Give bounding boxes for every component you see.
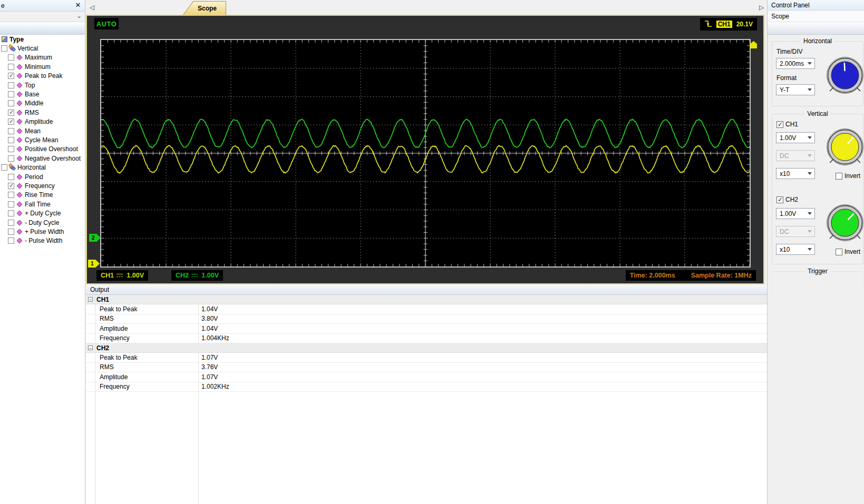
output-row[interactable]: Amplitude1.04V	[86, 324, 767, 333]
tree-item--duty-cycle[interactable]: - Duty Cycle	[0, 218, 85, 227]
ch1-enable-checkbox[interactable]: CH1	[776, 121, 798, 128]
output-row[interactable]: RMS3.80V	[86, 314, 767, 324]
tab-scroll-right-icon[interactable]: ▷	[759, 4, 764, 11]
tree-item-positive-overshoot[interactable]: Positive Overshoot	[0, 145, 85, 154]
measurement-icon	[16, 201, 22, 207]
measurement-name: Frequency	[100, 383, 130, 390]
ch1-scale-select[interactable]: 1.00V	[776, 132, 815, 143]
checkbox[interactable]	[8, 155, 14, 162]
checkbox[interactable]	[8, 238, 14, 244]
trigger-readout: CH1 20.1V	[700, 18, 757, 31]
checkbox[interactable]	[8, 174, 14, 180]
ch2-ground-marker[interactable]: 2	[89, 234, 101, 242]
checkbox[interactable]	[8, 192, 14, 198]
checkbox[interactable]	[8, 100, 14, 106]
checkbox[interactable]	[8, 201, 14, 207]
control-panel-subtitle-bar: Scope	[768, 11, 864, 22]
tree-item-peak-to-peak[interactable]: Peak to Peak	[0, 72, 85, 81]
tab-scope[interactable]: Scope	[183, 1, 226, 15]
tree-item--pulse-width[interactable]: - Pulse Width	[0, 236, 85, 245]
checkbox[interactable]	[8, 110, 14, 116]
checkbox[interactable]	[8, 128, 14, 134]
ch1-position-knob[interactable]	[825, 127, 864, 167]
ch2-invert-checkbox[interactable]: Invert	[836, 248, 860, 255]
checkbox[interactable]	[8, 146, 14, 152]
measurement-name: Peak to Peak	[100, 305, 137, 313]
tree-item-rise-time[interactable]: Rise Time	[0, 191, 85, 200]
measure-panel-title: e	[0, 2, 5, 9]
tree-item-base[interactable]: Base	[0, 90, 85, 98]
checkbox[interactable]	[8, 210, 14, 216]
tree-item-top[interactable]: Top	[0, 81, 85, 90]
output-row[interactable]: RMS3.76V	[86, 363, 767, 372]
output-row[interactable]: Peak to Peak1.07V	[86, 353, 767, 362]
output-row[interactable]: Frequency1.002KHz	[86, 382, 767, 392]
tree-item-middle[interactable]: Middle	[0, 99, 85, 108]
tree-item--pulse-width[interactable]: + Pulse Width	[0, 227, 85, 236]
format-select[interactable]: Y-T	[776, 84, 815, 95]
checkbox[interactable]	[8, 91, 14, 97]
chevron-down-icon	[808, 230, 812, 233]
measurement-icon	[16, 155, 22, 161]
output-panel: Output –CH1Peak to Peak1.04VRMS3.80VAmpl…	[86, 284, 767, 504]
timebase-readout: Time: 2.000ms Sample Rate: 1MHz	[626, 270, 756, 281]
ch2-probe-select[interactable]: x10	[776, 244, 815, 255]
checkbox[interactable]	[8, 64, 14, 70]
time-div-select[interactable]: 2.000ms	[776, 58, 815, 69]
vertical-group-label: Vertical	[804, 110, 830, 117]
checkbox[interactable]	[8, 183, 14, 189]
tree-item-cycle-mean[interactable]: Cycle Mean	[0, 135, 85, 144]
measurement-value: 1.002KHz	[201, 383, 229, 390]
checkbox[interactable]	[8, 220, 14, 226]
ch2-coupling-select: DC	[776, 226, 815, 237]
checkbox[interactable]	[8, 54, 14, 61]
checkbox[interactable]	[8, 82, 14, 88]
measurement-name: Amplitude	[100, 325, 128, 332]
measurement-icon	[16, 128, 22, 134]
tree-item-period[interactable]: Period	[0, 172, 85, 181]
measure-panel-dropdown-bar[interactable]: ⌄	[0, 12, 85, 22]
tree-item-maximum[interactable]: Maximum	[0, 53, 85, 62]
checkbox[interactable]	[8, 137, 14, 143]
output-row[interactable]: Peak to Peak1.04V	[86, 304, 767, 314]
tree-node-type[interactable]: Type	[0, 35, 85, 44]
collapse-icon[interactable]: –	[88, 297, 93, 302]
tree-item-frequency[interactable]: Frequency	[0, 181, 85, 190]
checkbox[interactable]	[8, 229, 14, 235]
ch1-label: CH1	[101, 272, 114, 279]
ch1-ground-marker[interactable]: 1	[88, 260, 100, 268]
timebase-knob[interactable]	[825, 55, 864, 95]
checkbox[interactable]	[8, 118, 14, 125]
tree-item-fall-time[interactable]: Fall Time	[0, 200, 85, 209]
close-icon[interactable]: ✕	[74, 1, 82, 9]
tree-node-vertical[interactable]: Vertical	[0, 44, 85, 53]
tab-scroll-left-icon[interactable]: ◁	[90, 4, 94, 11]
tree-item-mean[interactable]: Mean	[0, 126, 85, 135]
checkbox[interactable]	[8, 73, 14, 79]
measure-panel-titlebar: e ✕	[0, 0, 85, 12]
chevron-down-icon[interactable]: ⌄	[76, 12, 82, 19]
tree-item-negative-overshoot[interactable]: Negative Overshoot	[0, 154, 85, 163]
ch2-enable-checkbox[interactable]: CH2	[776, 196, 798, 203]
ch1-probe-select[interactable]: x10	[776, 168, 815, 179]
checkbox[interactable]	[1, 164, 7, 171]
ch2-position-knob[interactable]	[825, 203, 864, 243]
output-row[interactable]: Frequency1.004KHz	[86, 334, 767, 343]
measurement-name: Frequency	[100, 334, 130, 342]
tree-item-minimum[interactable]: Minimum	[0, 62, 85, 71]
tree-item-rms[interactable]: RMS	[0, 108, 85, 117]
scope-display[interactable]	[100, 39, 751, 268]
collapse-icon[interactable]: –	[88, 345, 93, 350]
output-row[interactable]: Amplitude1.07V	[86, 372, 767, 382]
output-group-ch1: –CH1	[86, 295, 767, 304]
ch2-scale-select[interactable]: 1.00V	[776, 208, 815, 219]
checkbox[interactable]	[1, 45, 7, 52]
tree-item-amplitude[interactable]: Amplitude	[0, 117, 85, 126]
trigger-position-marker[interactable]	[750, 41, 757, 48]
ch1-invert-checkbox[interactable]: Invert	[836, 172, 860, 180]
ch1-scale-readout: CH1 1.00V	[96, 270, 148, 281]
tree-node-horizontal[interactable]: Horizontal	[0, 163, 85, 172]
tree-item--duty-cycle[interactable]: + Duty Cycle	[0, 209, 85, 218]
measurement-value: 1.004KHz	[201, 334, 229, 342]
chevron-down-icon	[808, 248, 812, 251]
